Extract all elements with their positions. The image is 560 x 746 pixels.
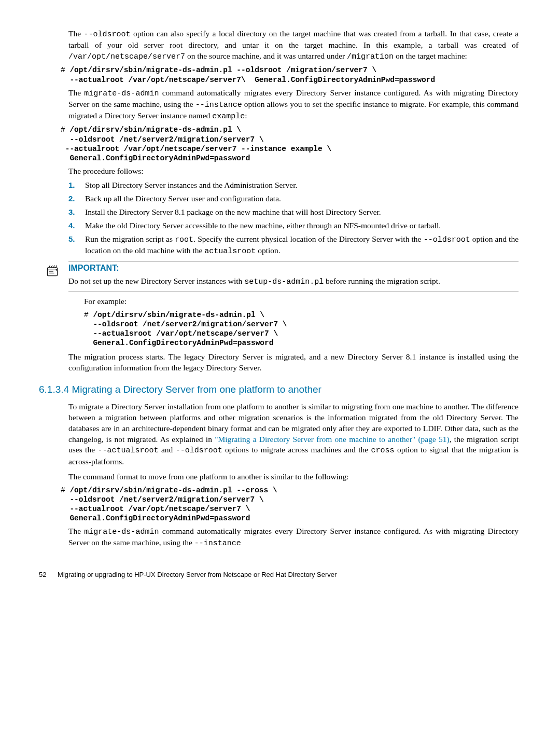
code-block-example: # /opt/dirsrv/sbin/migrate-ds-admin.pl \…	[84, 310, 519, 348]
prompt: #	[61, 486, 69, 494]
inline-code: --oldsroot	[84, 30, 131, 39]
important-body: Do not set up the new Directory Server i…	[68, 276, 519, 287]
step-text: Back up all the Directory Server user an…	[85, 194, 519, 204]
inline-code: --instance	[194, 539, 241, 548]
step-text: Stop all Directory Server instances and …	[85, 180, 519, 191]
text: . Specify the current physical location …	[193, 234, 424, 243]
cross-reference-link[interactable]: "Migrating a Directory Server from one m…	[215, 435, 450, 444]
text: The	[68, 88, 84, 97]
page-footer: 52 Migrating or upgrading to HP-UX Direc…	[39, 570, 519, 579]
inline-code: /migration	[347, 52, 394, 61]
text: and	[158, 445, 175, 454]
important-heading: IMPORTANT:	[68, 263, 519, 274]
text: option.	[256, 246, 280, 255]
paragraph-oldsroot-intro: The --oldsroot option can also specify a…	[68, 29, 519, 62]
code-block-cross: # /opt/dirsrv/sbin/migrate-ds-admin.pl -…	[61, 486, 519, 523]
step-number: 1.	[68, 180, 85, 191]
text: Do not set up the new Directory Server i…	[68, 277, 244, 285]
prompt: #	[61, 66, 69, 74]
code-block-instance: # /opt/dirsrv/sbin/migrate-ds-admin.pl \…	[61, 125, 519, 163]
inline-code: migrate-ds-admin	[84, 89, 159, 98]
step-5: 5. Run the migration script as root. Spe…	[68, 234, 519, 257]
code: /opt/dirsrv/sbin/migrate-ds-admin.pl --c…	[61, 486, 277, 522]
important-callout: IMPORTANT: Do not set up the new Directo…	[45, 261, 519, 292]
step-text: Make the old Directory Server accessible…	[85, 220, 519, 231]
procedure-steps: 1. Stop all Directory Server instances a…	[68, 180, 519, 257]
inline-code: migrate-ds-admin	[84, 528, 159, 536]
code-block-oldsroot: # /opt/dirsrv/sbin/migrate-ds-admin.pl -…	[61, 65, 519, 84]
paragraph-migrate-outro: The migrate-ds-admin command automatical…	[68, 526, 519, 549]
inline-code: cross	[371, 446, 395, 455]
paragraph-platform-intro: To migrate a Directory Server installati…	[68, 402, 519, 467]
paragraph-migrate-intro: The migrate-ds-admin command automatical…	[68, 88, 519, 122]
text: options to migrate across machines and t…	[222, 445, 371, 454]
code: /opt/dirsrv/sbin/migrate-ds-admin.pl --o…	[61, 66, 435, 84]
step-3: 3. Install the Directory Server 8.1 pack…	[68, 207, 519, 218]
inline-code: root	[175, 236, 193, 244]
step-text: Install the Directory Server 8.1 package…	[85, 207, 519, 218]
inline-code: example	[212, 112, 245, 121]
for-example-label: For example:	[84, 296, 519, 307]
important-icon	[45, 264, 60, 278]
inline-code: actualsroot	[204, 247, 256, 256]
text: on the target machine:	[394, 51, 467, 60]
step-text: Run the migration script as root. Specif…	[85, 234, 519, 257]
procedure-intro: The procedure follows:	[68, 166, 519, 177]
page-number: 52	[39, 570, 46, 579]
prompt: #	[84, 311, 93, 319]
step-2: 2. Back up all the Directory Server user…	[68, 194, 519, 204]
inline-code: /var/opt/netscape/server7	[68, 52, 185, 61]
step-number: 5.	[68, 234, 85, 257]
text: :	[245, 111, 247, 120]
step-1: 1. Stop all Directory Server instances a…	[68, 180, 519, 191]
step-number: 3.	[68, 207, 85, 218]
step-4: 4. Make the old Directory Server accessi…	[68, 220, 519, 231]
text: The	[68, 29, 84, 38]
prompt: #	[61, 126, 69, 134]
text: The	[68, 527, 84, 535]
inline-code: --instance	[195, 101, 242, 109]
inline-code: --oldsroot	[424, 236, 470, 244]
inline-code: --oldsroot	[176, 446, 222, 455]
text: option can also specify a local director…	[68, 29, 519, 49]
footer-title: Migrating or upgrading to HP-UX Director…	[58, 571, 337, 578]
paragraph-migration-summary: The migration process starts. The legacy…	[68, 352, 519, 374]
divider	[68, 292, 519, 292]
code: /opt/dirsrv/sbin/migrate-ds-admin.pl \ -…	[84, 311, 287, 347]
divider	[68, 261, 519, 261]
code: /opt/dirsrv/sbin/migrate-ds-admin.pl \ -…	[61, 126, 331, 162]
text: before running the migration script.	[324, 277, 440, 285]
paragraph-command-format: The command format to move from one plat…	[68, 472, 519, 482]
text: Run the migration script as	[85, 234, 175, 243]
text: on the source machine, and it was untarr…	[185, 51, 347, 60]
inline-code: --actualsroot	[97, 446, 158, 455]
step-number: 2.	[68, 194, 85, 204]
inline-code: setup-ds-admin.pl	[244, 278, 324, 286]
step-number: 4.	[68, 220, 85, 231]
section-heading-platform: 6.1.3.4 Migrating a Directory Server fro…	[39, 383, 519, 396]
